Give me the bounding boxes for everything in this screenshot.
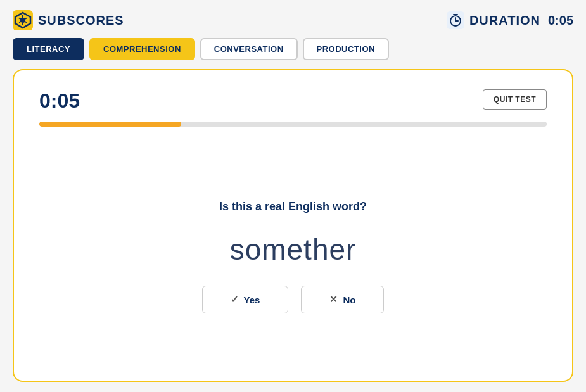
- no-label: No: [343, 294, 355, 305]
- no-button[interactable]: ✕ No: [301, 286, 384, 313]
- x-icon: ✕: [329, 294, 338, 305]
- duration-value: 0:05: [548, 13, 573, 28]
- header-right: DURATION 0:05: [447, 11, 573, 29]
- question-text: Is this a real English word?: [219, 200, 367, 213]
- tab-comprehension[interactable]: COMPREHENSION: [89, 38, 195, 60]
- tab-literacy[interactable]: LITERACY: [13, 38, 84, 60]
- answer-buttons: ✓ Yes ✕ No: [202, 286, 385, 313]
- nav-tabs: LITERACY COMPREHENSION CONVERSATION PROD…: [13, 38, 573, 60]
- duration-icon: [447, 11, 464, 29]
- quit-test-button[interactable]: QUIT TEST: [483, 89, 547, 110]
- yes-button[interactable]: ✓ Yes: [202, 286, 289, 313]
- logo-icon: [13, 10, 33, 30]
- app-container: SUBSCORES DURATION 0:05 LITERACY COMPREH…: [0, 0, 586, 392]
- word-display: somether: [230, 232, 357, 267]
- question-area: Is this a real English word? somether ✓ …: [39, 152, 547, 362]
- tab-production[interactable]: PRODUCTION: [303, 38, 389, 60]
- main-card: 0:05 QUIT TEST Is this a real English wo…: [13, 69, 573, 382]
- check-icon: ✓: [231, 294, 239, 305]
- header-left: SUBSCORES: [13, 10, 124, 30]
- duration-label: DURATION: [469, 13, 540, 28]
- progress-bar-fill: [39, 122, 181, 127]
- header: SUBSCORES DURATION 0:05: [13, 10, 573, 30]
- card-header: 0:05 QUIT TEST: [39, 89, 547, 113]
- progress-bar-container: [39, 122, 547, 127]
- timer-display: 0:05: [39, 89, 80, 113]
- tab-conversation[interactable]: CONVERSATION: [200, 38, 298, 60]
- app-title: SUBSCORES: [38, 13, 124, 28]
- yes-label: Yes: [244, 294, 260, 305]
